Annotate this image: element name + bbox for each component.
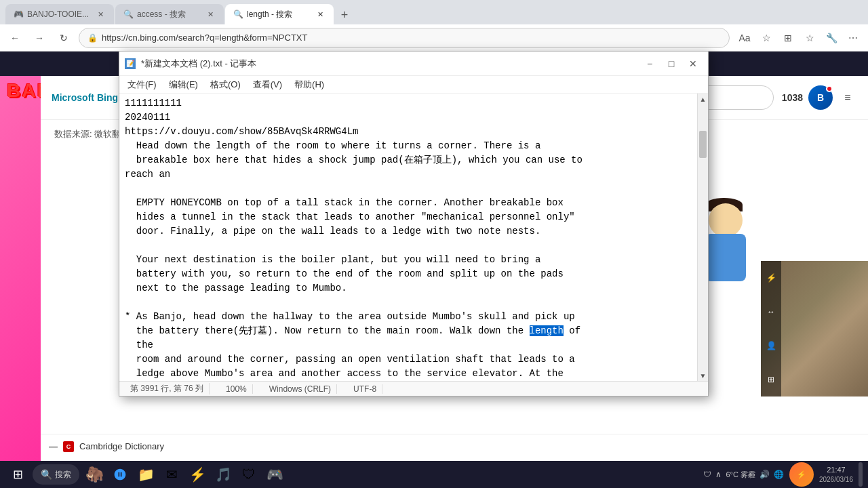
webcam-area: ⚡ ↔ 👤 ⊞: [761, 261, 868, 396]
notepad-scrollbar[interactable]: ▲ ▼: [697, 94, 708, 381]
menu-format[interactable]: 格式(O): [205, 77, 246, 92]
expand-arrow: —: [49, 441, 58, 451]
char-torso: [705, 234, 746, 281]
taskbar-app-mail[interactable]: ✉: [159, 462, 184, 487]
tab-3-icon: 🔍: [233, 9, 243, 19]
status-line-ending: Windows (CRLF): [264, 384, 337, 394]
tab-1[interactable]: 🎮 BANJO-TOOIE... ✕: [5, 4, 114, 24]
tray-antivirus: 🛡: [703, 470, 711, 479]
tab-1-title: BANJO-TOOIE...: [27, 9, 91, 19]
tab-3[interactable]: 🔍 length - 搜索 ✕: [225, 4, 334, 24]
menu-edit[interactable]: 编辑(E): [163, 77, 203, 92]
tray-show-hidden[interactable]: ∧: [715, 470, 722, 479]
bing-user-avatar[interactable]: B: [808, 85, 833, 110]
cambridge-dict-row[interactable]: — C Cambridge Dictionary: [41, 434, 868, 458]
more-button[interactable]: ⋯: [844, 28, 863, 47]
status-encoding: UTF-8: [348, 384, 382, 394]
notepad-titlebar: 📝 *新建文本文档 (2).txt - 记事本 − □ ✕: [119, 52, 708, 76]
scroll-up-button[interactable]: ▲: [698, 94, 709, 104]
taskbar-app-7[interactable]: 🛡: [237, 462, 261, 487]
tab-bar: 🎮 BANJO-TOOIE... ✕ 🔍 access - 搜索 ✕ 🔍 len…: [0, 0, 868, 24]
cambridge-icon: C: [63, 441, 74, 452]
tab-2-title: access - 搜索: [137, 9, 201, 20]
tab-1-close[interactable]: ✕: [95, 9, 106, 20]
clock-time: 21:47: [827, 465, 846, 474]
tab-3-close[interactable]: ✕: [315, 9, 326, 20]
windows-icon: ⊞: [13, 467, 23, 482]
bing-header-right: 1038 B ≡: [782, 85, 857, 110]
favorites-button[interactable]: ☆: [757, 28, 776, 47]
webcam-ctrl-2[interactable]: ↔: [763, 304, 779, 320]
battery-icon[interactable]: ⚡: [789, 462, 814, 487]
tab-3-title: length - 搜索: [247, 9, 311, 20]
split-view-button[interactable]: ⊞: [778, 28, 797, 47]
webcam-ctrl-4[interactable]: ⊞: [763, 371, 779, 388]
scroll-thumb[interactable]: [699, 131, 707, 158]
cambridge-title: Cambridge Dictionary: [79, 441, 164, 451]
tab-1-icon: 🎮: [14, 9, 23, 19]
tray-temperature: 6°C 雾霾: [726, 470, 755, 480]
address-bar-row: ← → ↻ 🔒 https://cn.bing.com/search?q=len…: [0, 24, 868, 52]
minimize-button[interactable]: −: [640, 56, 659, 72]
notepad-window-controls: − □ ✕: [640, 56, 703, 72]
extensions-button[interactable]: 🔧: [822, 28, 841, 47]
bing-logo: Microsoft Bing: [52, 92, 118, 103]
notepad-menubar: 文件(F) 编辑(E) 格式(O) 查看(V) 帮助(H): [119, 76, 708, 94]
taskbar-clock[interactable]: 21:47 2026/03/16: [819, 465, 853, 483]
taskbar-app-edge[interactable]: [108, 462, 132, 487]
address-bar[interactable]: 🔒 https://cn.bing.com/search?q=length&fo…: [79, 28, 730, 48]
taskbar-apps: 🦣 📁 ✉ ⚡ 🎵 🛡 🎮: [82, 462, 701, 487]
scroll-down-button[interactable]: ▼: [698, 370, 709, 381]
char-head: [709, 203, 743, 237]
menu-view[interactable]: 查看(V): [248, 77, 288, 92]
browser-chrome: 🎮 BANJO-TOOIE... ✕ 🔍 access - 搜索 ✕ 🔍 len…: [0, 0, 868, 52]
taskbar-tray: 🛡 ∧ 6°C 雾霾 🔊 🌐: [703, 470, 784, 480]
tab-2-icon: 🔍: [123, 9, 133, 19]
clock-date: 2026/03/16: [819, 475, 853, 484]
notepad-text[interactable]: 1111111111 20240111 https://v.douyu.com/…: [119, 94, 697, 381]
collections-button[interactable]: ☆: [800, 28, 819, 47]
taskbar-search[interactable]: 🔍 搜索: [33, 464, 79, 485]
taskbar-app-6[interactable]: 🎵: [211, 462, 235, 487]
back-button[interactable]: ←: [5, 28, 24, 47]
forward-button[interactable]: →: [30, 28, 49, 47]
tab-2-close[interactable]: ✕: [205, 9, 216, 20]
taskbar-app-folder[interactable]: 📁: [134, 462, 158, 487]
menu-file[interactable]: 文件(F): [122, 77, 162, 92]
notepad-app-icon: 📝: [125, 58, 136, 69]
webcam-ctrl-1[interactable]: ⚡: [763, 270, 779, 286]
highlighted-word: length: [530, 325, 564, 336]
status-line-col: 第 3991 行, 第 76 列: [125, 383, 210, 394]
address-text: https://cn.bing.com/search?q=length&form…: [102, 33, 307, 43]
menu-help[interactable]: 帮助(H): [289, 77, 330, 92]
notepad-statusbar: 第 3991 行, 第 76 列 100% Windows (CRLF) UTF…: [119, 381, 708, 396]
taskbar-search-label: 搜索: [55, 469, 71, 481]
aa-button[interactable]: Aa: [735, 28, 754, 47]
status-zoom: 100%: [220, 384, 253, 394]
taskbar-app-8[interactable]: 🎮: [262, 462, 287, 487]
new-tab-button[interactable]: +: [335, 5, 354, 24]
taskbar: ⊞ 🔍 搜索 🦣 📁 ✉ ⚡ 🎵 🛡 🎮 🛡 ∧ 6°C 雾霾 🔊 🌐 ⚡ 21…: [0, 461, 868, 488]
webcam-controls: ⚡ ↔ 👤 ⊞: [761, 261, 781, 396]
notepad-title: *新建文本文档 (2).txt - 记事本: [141, 58, 635, 70]
tray-speaker[interactable]: 🔊: [760, 470, 770, 479]
taskbar-right: 🛡 ∧ 6°C 雾霾 🔊 🌐 ⚡ 21:47 2026/03/16: [703, 462, 863, 487]
avatar-initial: B: [817, 92, 824, 103]
refresh-button[interactable]: ↻: [54, 28, 73, 47]
notepad-window: 📝 *新建文本文档 (2).txt - 记事本 − □ ✕ 文件(F) 编辑(E…: [119, 51, 709, 396]
notification-dot: [826, 85, 833, 92]
close-button[interactable]: ✕: [684, 56, 703, 72]
bing-menu-button[interactable]: ≡: [838, 88, 857, 107]
browser-actions: Aa ☆ ⊞ ☆ 🔧 ⋯: [735, 28, 863, 47]
start-button[interactable]: ⊞: [5, 462, 30, 487]
webcam-ctrl-3[interactable]: 👤: [763, 338, 779, 354]
tab-2[interactable]: 🔍 access - 搜索 ✕: [115, 4, 224, 24]
show-desktop-button[interactable]: [859, 462, 863, 487]
bing-count: 1038: [782, 92, 803, 103]
maximize-button[interactable]: □: [662, 56, 681, 72]
scroll-track: [698, 104, 708, 370]
taskbar-search-icon: 🔍: [41, 469, 52, 480]
taskbar-app-mammoth[interactable]: 🦣: [82, 462, 106, 487]
tray-network[interactable]: 🌐: [774, 470, 784, 479]
taskbar-app-5[interactable]: ⚡: [185, 462, 210, 487]
